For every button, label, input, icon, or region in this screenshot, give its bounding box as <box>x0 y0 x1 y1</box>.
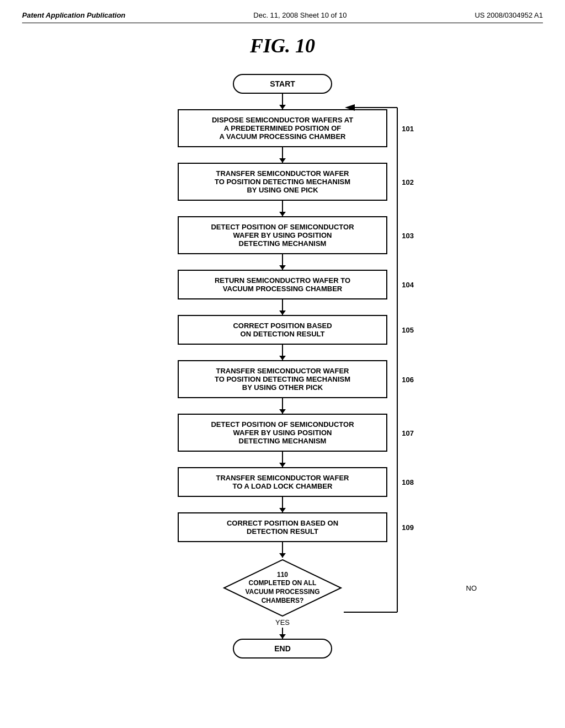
start-box: START <box>233 74 332 94</box>
step-106-text: TRANSFER SEMICONDUCTOR WAFERTO POSITION … <box>215 367 350 392</box>
step-103-box: DETECT POSITION OF SEMICONDUCTORWAFER BY… <box>178 216 387 254</box>
step-107-box: DETECT POSITION OF SEMICONDUCTORWAFER BY… <box>178 414 387 452</box>
step-102-num: 102 <box>402 178 414 186</box>
step-108-num: 108 <box>402 478 414 486</box>
step-104-row: RETURN SEMICONDUCTRO WAFER TOVACUUM PROC… <box>55 270 510 299</box>
arrow-9 <box>282 497 283 512</box>
step-107-row: DETECT POSITION OF SEMICONDUCTORWAFER BY… <box>55 414 510 452</box>
step-105-num: 105 <box>402 326 414 334</box>
step-104-text: RETURN SEMICONDUCTRO WAFER TOVACUUM PROC… <box>215 276 350 293</box>
arrow-8 <box>282 452 283 467</box>
end-row: END <box>55 639 510 659</box>
step-105-row: CORRECT POSITION BASEDON DETECTION RESUL… <box>55 315 510 345</box>
step-104-box: RETURN SEMICONDUCTRO WAFER TOVACUUM PROC… <box>178 270 387 299</box>
start-row: START <box>55 74 510 94</box>
diamond-110-row: 110 COMPLETED ON ALLVACUUM PROCESSINGCHA… <box>55 558 510 618</box>
arrow-4 <box>282 254 283 270</box>
page-header: Patent Application Publication Dec. 11, … <box>22 11 543 23</box>
arrow-2 <box>282 147 283 163</box>
step-109-row: CORRECT POSITION BASED ONDETECTION RESUL… <box>55 512 510 542</box>
step-102-box: TRANSFER SEMICONDUCTOR WAFERTO POSITION … <box>178 163 387 201</box>
step-107-text: DETECT POSITION OF SEMICONDUCTORWAFER BY… <box>211 420 354 445</box>
no-label: NO <box>466 584 477 592</box>
arrow-3 <box>282 201 283 216</box>
step-105-text: CORRECT POSITION BASEDON DETECTION RESUL… <box>233 322 332 338</box>
arrow-10 <box>282 542 283 558</box>
step-109-box: CORRECT POSITION BASED ONDETECTION RESUL… <box>178 512 387 542</box>
step-108-text: TRANSFER SEMICONDUCTOR WAFERTO A LOAD LO… <box>216 474 349 490</box>
step-107-num: 107 <box>402 429 414 437</box>
step-101-num: 101 <box>402 124 414 132</box>
step-109-num: 109 <box>402 523 414 532</box>
step-103-num: 103 <box>402 231 414 239</box>
step-109-text: CORRECT POSITION BASED ONDETECTION RESUL… <box>227 519 338 536</box>
page: Patent Application Publication Dec. 11, … <box>0 0 565 728</box>
flowchart: START DISPOSE SEMICONDUCTOR WAFERS ATA P… <box>22 74 543 659</box>
step-103-text: DETECT POSITION OF SEMICONDUCTORWAFER BY… <box>211 223 354 248</box>
step-105-box: CORRECT POSITION BASEDON DETECTION RESUL… <box>178 315 387 345</box>
step-101-box: DISPOSE SEMICONDUCTOR WAFERS ATA PREDETE… <box>178 109 387 147</box>
step-101-text: DISPOSE SEMICONDUCTOR WAFERS ATA PREDETE… <box>212 116 353 141</box>
arrow-7 <box>282 398 283 414</box>
header-left: Patent Application Publication <box>22 11 125 19</box>
step-103-row: DETECT POSITION OF SEMICONDUCTORWAFER BY… <box>55 216 510 254</box>
yes-branch: YES <box>275 618 290 639</box>
diamond-110: 110 COMPLETED ON ALLVACUUM PROCESSINGCHA… <box>222 558 343 618</box>
arrow-1 <box>282 94 283 109</box>
step-102-row: TRANSFER SEMICONDUCTOR WAFERTO POSITION … <box>55 163 510 201</box>
step-102-text: TRANSFER SEMICONDUCTOR WAFERTO POSITION … <box>215 169 350 194</box>
step-106-row: TRANSFER SEMICONDUCTOR WAFERTO POSITION … <box>55 360 510 398</box>
yes-label: YES <box>275 618 290 627</box>
header-center: Dec. 11, 2008 Sheet 10 of 10 <box>253 11 347 19</box>
header-right: US 2008/0304952 A1 <box>475 11 543 19</box>
step-104-num: 104 <box>402 281 414 289</box>
arrow-6 <box>282 345 283 360</box>
step-106-num: 106 <box>402 375 414 383</box>
end-box: END <box>233 639 332 659</box>
figure-title: FIG. 10 <box>22 34 543 57</box>
step-108-box: TRANSFER SEMICONDUCTOR WAFERTO A LOAD LO… <box>178 467 387 497</box>
step-101-row: DISPOSE SEMICONDUCTOR WAFERS ATA PREDETE… <box>55 109 510 147</box>
step-106-box: TRANSFER SEMICONDUCTOR WAFERTO POSITION … <box>178 360 387 398</box>
arrow-5 <box>282 299 283 315</box>
diamond-110-text: 110 COMPLETED ON ALLVACUUM PROCESSINGCHA… <box>245 571 319 605</box>
arrow-11 <box>282 628 283 639</box>
step-108-row: TRANSFER SEMICONDUCTOR WAFERTO A LOAD LO… <box>55 467 510 497</box>
